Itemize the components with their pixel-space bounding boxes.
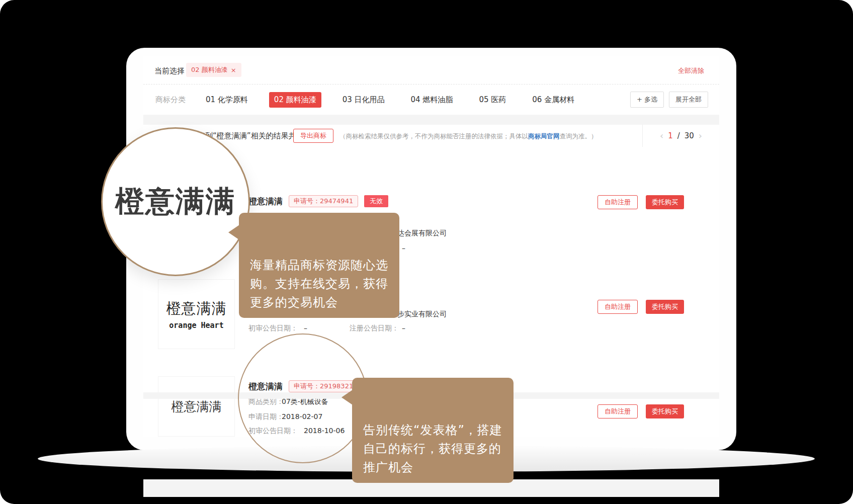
remove-filter-icon[interactable]: ×	[231, 66, 236, 74]
first-pub-value: –	[304, 324, 307, 332]
disclaimer-post: 查询为准。）	[560, 132, 598, 140]
marketing-tooltip: 海量精品商标资源随心选 购。支持在线交易，获得 更多的交易机会	[239, 213, 399, 318]
magnifier-circle: 橙意满满	[101, 127, 250, 276]
trademark-name: 橙意满满	[248, 196, 283, 207]
first-pub-label: 初审公告日期：	[248, 324, 298, 333]
disclaimer-pre: （商标检索结果仅供参考，不作为商标能否注册的法律依据；具体以	[339, 132, 528, 140]
multi-select-button[interactable]: + 多选	[630, 92, 664, 108]
entrust-buy-button[interactable]: 委托购买	[646, 195, 684, 209]
tooltip-arrow-icon	[228, 225, 239, 240]
trademark-category-bar: 商标分类 01 化学原料 02 颜料油漆 03 日化用品 04 燃料油脂 05 …	[143, 85, 719, 115]
reg-pub-label: 注册公告日期：	[350, 324, 399, 333]
total-pages: 30	[685, 131, 694, 140]
next-page-icon[interactable]: ›	[699, 131, 702, 140]
self-register-button[interactable]: 自助注册	[598, 300, 638, 314]
expand-all-button[interactable]: 展开全部	[669, 92, 708, 108]
category-bar-label: 商标分类	[155, 95, 186, 105]
category-item-04[interactable]: 04 燃料油脂	[406, 92, 458, 108]
selected-filter-tag[interactable]: 02 颜料油漆 ×	[186, 63, 241, 77]
page-separator: /	[677, 131, 680, 140]
table-row: 橙意满满 orange Heart 橙意满满 申请号：29482153 已注册 …	[143, 274, 719, 355]
self-register-button[interactable]: 自助注册	[598, 195, 638, 209]
app-no-label: 申请号：	[294, 197, 320, 205]
trademark-name-line: 橙意满满 申请号：29474941 无效	[248, 195, 388, 207]
section-divider	[143, 115, 719, 125]
current-page: 1	[668, 131, 673, 140]
entrust-buy-button[interactable]: 委托购买	[646, 404, 684, 418]
current-selection-bar: 当前选择 02 颜料油漆 × 全部清除	[143, 56, 719, 85]
current-selection-label: 当前选择	[154, 66, 185, 76]
category-item-02-active[interactable]: 02 颜料油漆	[269, 92, 321, 108]
reg-pub-value: –	[402, 324, 405, 332]
screenshot-canvas: 当前选择 02 颜料油漆 × 全部清除 商标分类 01 化学原料 02 颜料油漆…	[0, 0, 853, 504]
row-actions: 自助注册 委托购买	[598, 300, 684, 314]
application-number-tag: 申请号：29474941	[289, 195, 358, 207]
category-item-01[interactable]: 01 化学原料	[201, 92, 253, 108]
trademark-image-subtext: orange Heart	[169, 321, 223, 330]
category-item-06[interactable]: 06 金属材料	[527, 92, 579, 108]
clear-all-button[interactable]: 全部清除	[678, 66, 704, 75]
prev-page-icon[interactable]: ‹	[660, 131, 663, 140]
category-item-05[interactable]: 05 医药	[474, 92, 511, 108]
row-actions: 自助注册 委托购买	[598, 195, 684, 209]
trademark-image: 橙意满满 orange Heart	[158, 279, 235, 349]
status-badge: 无效	[364, 195, 388, 207]
magnified-trademark-text: 橙意满满	[115, 182, 236, 221]
results-header: 检索到“橙意满满”相关的结果共28个 导出商标 （商标检索结果仅供参考，不作为商…	[143, 125, 719, 147]
row-actions: 自助注册 委托购买	[598, 404, 684, 418]
tooltip-arrow-icon	[342, 390, 353, 405]
category-item-03[interactable]: 03 日化用品	[337, 92, 390, 108]
tooltip-text: 海量精品商标资源随心选 购。支持在线交易，获得 更多的交易机会	[250, 258, 388, 309]
trademark-image-text: 橙意满满	[172, 398, 222, 415]
marketing-tooltip: 告别传统“发表格”，搭建 自己的标行，获得更多的 推广机会	[352, 378, 514, 483]
tooltip-text: 告别传统“发表格”，搭建 自己的标行，获得更多的 推广机会	[363, 423, 502, 474]
trademark-image: 橙意满满	[158, 376, 235, 437]
export-trademarks-button[interactable]: 导出商标	[293, 129, 333, 143]
trademark-office-link[interactable]: 商标局官网	[528, 132, 560, 140]
reg-pub-value: –	[402, 244, 405, 252]
selected-filter-tag-text: 02 颜料油漆	[191, 65, 228, 74]
results-disclaimer: （商标检索结果仅供参考，不作为商标能否注册的法律依据；具体以商标局官网查询为准。…	[339, 132, 598, 141]
self-register-button[interactable]: 自助注册	[598, 404, 638, 418]
trademark-image-text: 橙意满满	[166, 299, 227, 319]
pagination: ‹ 1 / 30 ›	[642, 125, 719, 147]
app-no-value: 29474941	[320, 197, 353, 205]
entrust-buy-button[interactable]: 委托购买	[646, 300, 684, 314]
